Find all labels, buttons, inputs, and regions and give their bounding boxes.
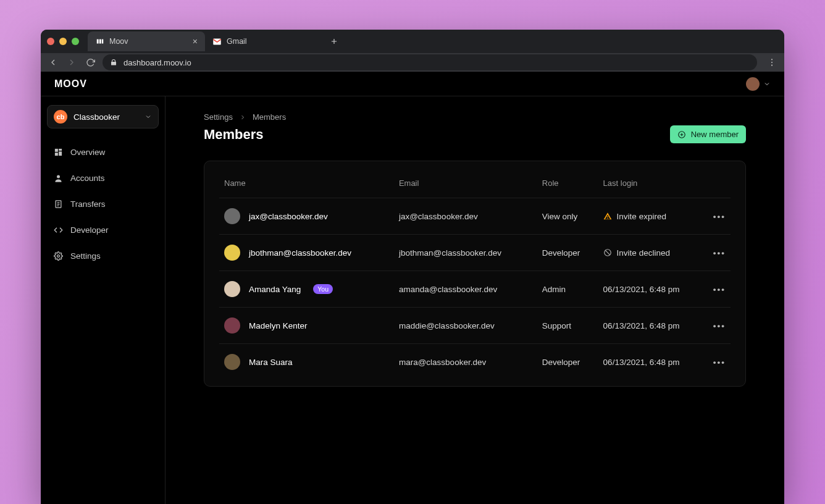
browser-menu-button[interactable]	[766, 56, 778, 69]
breadcrumb-item[interactable]: Members	[253, 112, 286, 122]
svg-rect-7	[54, 148, 57, 151]
lock-icon	[110, 59, 117, 66]
col-email: Email	[394, 172, 537, 198]
avatar	[224, 317, 240, 334]
col-actions	[708, 172, 731, 198]
user-menu[interactable]	[746, 77, 771, 91]
sidebar-item-label: Overview	[70, 148, 105, 157]
sidebar-item-accounts[interactable]: Accounts	[47, 166, 159, 190]
code-icon	[53, 225, 63, 235]
chevron-down-icon	[763, 80, 771, 88]
avatar	[224, 354, 240, 370]
new-member-button[interactable]: New member	[670, 125, 746, 143]
browser-tab[interactable]: Gmail	[205, 32, 322, 51]
more-icon: •••	[713, 248, 726, 258]
status-text: Invite declined	[617, 248, 670, 258]
table-row[interactable]: jax@classbooker.devjax@classbooker.devVi…	[219, 198, 731, 235]
svg-rect-1	[99, 40, 101, 44]
row-actions-button[interactable]: •••	[708, 308, 731, 344]
logo[interactable]: moov	[54, 78, 87, 90]
close-tab-button[interactable]: ×	[193, 37, 198, 46]
cell-email: maddie@classbooker.dev	[394, 308, 537, 344]
cell-name: jbothman@classbooker.dev	[219, 235, 394, 271]
sidebar-item-label: Developer	[70, 225, 109, 235]
svg-point-6	[771, 65, 773, 66]
more-icon: •••	[713, 321, 726, 330]
browser-toolbar: dashboard.moov.io	[41, 53, 784, 72]
moov-favicon-icon	[95, 37, 104, 46]
org-picker[interactable]: cb Classbooker	[47, 105, 159, 128]
minimize-window-button[interactable]	[59, 38, 67, 45]
traffic-lights	[47, 38, 79, 45]
avatar	[224, 208, 240, 224]
table-row[interactable]: Madelyn Kentermaddie@classbooker.devSupp…	[219, 308, 731, 344]
chevron-down-icon	[144, 113, 152, 120]
cell-role: Developer	[537, 235, 598, 271]
browser-tab[interactable]: Moov×	[88, 32, 205, 51]
avatar	[224, 245, 240, 261]
table-row[interactable]: jbothman@classbooker.devjbothman@classbo…	[219, 235, 731, 271]
sidebar-nav: OverviewAccountsTransfersDeveloperSettin…	[47, 140, 159, 268]
table-row[interactable]: Mara Suaramara@classbooker.devDeveloper0…	[219, 344, 731, 380]
new-tab-button[interactable]	[326, 33, 342, 49]
row-actions-button[interactable]: •••	[708, 198, 731, 235]
svg-point-13	[57, 254, 59, 257]
sidebar-item-transfers[interactable]: Transfers	[47, 191, 159, 216]
cell-last-login: 06/13/2021, 6:48 pm	[598, 308, 708, 344]
org-name: Classbooker	[73, 112, 120, 122]
browser-window: Moov×Gmail dashboard.moov.io moov	[41, 30, 784, 504]
members-table: Name Email Role Last login jax@classbook…	[219, 172, 731, 380]
cell-name: jax@classbooker.dev	[219, 198, 394, 235]
cell-email: mara@classbooker.dev	[394, 344, 537, 380]
maximize-window-button[interactable]	[72, 38, 79, 45]
cell-email: jbothman@classbooker.dev	[394, 235, 537, 271]
table-row[interactable]: Amanda YangYouamanda@classbooker.devAdmi…	[219, 271, 731, 308]
more-icon: •••	[713, 358, 726, 367]
sidebar-item-overview[interactable]: Overview	[47, 140, 159, 164]
address-bar[interactable]: dashboard.moov.io	[103, 54, 757, 70]
member-name: jax@classbooker.dev	[249, 212, 328, 221]
member-name: jbothman@classbooker.dev	[249, 248, 351, 258]
cell-role: Support	[537, 308, 598, 344]
gear-icon	[53, 251, 63, 261]
tab-title: Gmail	[227, 37, 247, 46]
prohibited-icon	[603, 248, 612, 257]
cell-role: View only	[537, 198, 598, 235]
plus-circle-icon	[677, 130, 686, 139]
svg-point-11	[57, 175, 60, 178]
breadcrumb: Settings Members	[204, 112, 746, 122]
svg-rect-8	[59, 148, 62, 150]
cell-email: jax@classbooker.dev	[394, 198, 537, 235]
row-actions-button[interactable]: •••	[708, 235, 731, 271]
col-name: Name	[219, 172, 394, 198]
cell-last-login: 06/13/2021, 6:48 pm	[598, 344, 708, 380]
receipt-icon	[53, 199, 63, 209]
row-actions-button[interactable]: •••	[708, 344, 731, 380]
cell-last-login: Invite expired	[598, 198, 708, 235]
person-icon	[53, 173, 63, 183]
browser-tabstrip: Moov×Gmail	[41, 30, 784, 53]
more-icon: •••	[713, 212, 726, 221]
forward-button[interactable]	[65, 56, 78, 69]
cell-name: Madelyn Kenter	[219, 308, 394, 344]
close-window-button[interactable]	[47, 38, 54, 45]
cell-name: Mara Suara	[219, 344, 394, 380]
tab-title: Moov	[109, 37, 128, 46]
row-actions-button[interactable]: •••	[708, 271, 731, 308]
more-icon: •••	[713, 285, 726, 294]
cell-last-login: Invite declined	[598, 235, 708, 271]
reload-button[interactable]	[84, 56, 96, 69]
breadcrumb-item[interactable]: Settings	[204, 112, 233, 122]
svg-rect-2	[101, 40, 103, 44]
svg-rect-10	[54, 153, 57, 156]
sidebar-item-settings[interactable]: Settings	[47, 243, 159, 268]
new-member-label: New member	[691, 130, 739, 139]
avatar	[746, 77, 760, 91]
sidebar-item-label: Accounts	[70, 174, 105, 183]
col-role: Role	[537, 172, 598, 198]
main-content: Settings Members Members New member	[165, 96, 784, 504]
back-button[interactable]	[47, 56, 59, 69]
cell-last-login: 06/13/2021, 6:48 pm	[598, 271, 708, 308]
sidebar-item-developer[interactable]: Developer	[47, 217, 159, 242]
sidebar-item-label: Settings	[70, 251, 101, 261]
